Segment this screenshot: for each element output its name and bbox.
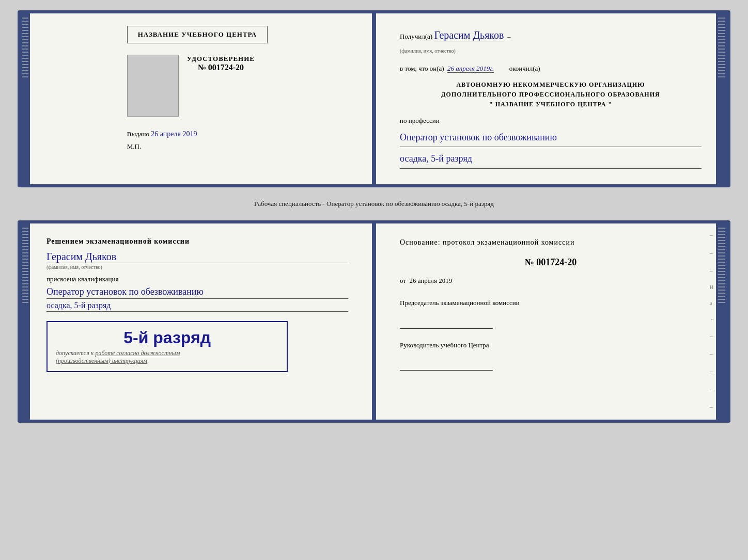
basis-heading: Основание: протокол экзаменационной коми… bbox=[400, 236, 702, 249]
bottom-cert-left-panel: Решением экзаменационной комиссии Гераси… bbox=[21, 223, 374, 420]
completed-line: в том, что он(а) 26 апреля 2019г. окончи… bbox=[400, 62, 702, 74]
page-wrapper: НАЗВАНИЕ УЧЕБНОГО ЦЕНТРА УДОСТОВЕРЕНИЕ №… bbox=[10, 10, 738, 423]
org-name-block: АВТОНОМНУЮ НЕКОММЕРЧЕСКУЮ ОРГАНИЗАЦИЮ ДО… bbox=[400, 80, 702, 110]
issued-date-value: 26 апреля 2019 bbox=[151, 130, 197, 138]
bottom-right-decorative-bar bbox=[716, 223, 727, 420]
center-head-sig-line bbox=[400, 361, 493, 371]
school-name-box: НАЗВАНИЕ УЧЕБНОГО ЦЕНТРА bbox=[127, 26, 268, 43]
chairman-label: Председатель экзаменационной комиссии bbox=[400, 297, 702, 309]
middle-caption: Рабочая специальность - Оператор установ… bbox=[254, 197, 494, 211]
right-dash-decorations: ––– И а ← ––––– bbox=[710, 223, 715, 420]
rank-box: 5-й разряд допускается к работе согласно… bbox=[46, 321, 288, 372]
recipient-name: Герасим Дьяков bbox=[434, 29, 504, 41]
qualification-extra: осадка, 5-й разряд bbox=[46, 301, 348, 312]
bottom-cert-right-panel: Основание: протокол экзаменационной коми… bbox=[374, 223, 727, 420]
commission-heading: Решением экзаменационной комиссии bbox=[46, 236, 348, 247]
qualification-label: присвоена квалификация bbox=[46, 275, 348, 283]
allowed-text: допускается к работе согласно должностны… bbox=[56, 349, 278, 365]
top-cert-right-panel: Получил(а) Герасим Дьяков – (фамилия, им… bbox=[374, 13, 727, 184]
issued-date: Выдано 26 апреля 2019 bbox=[127, 130, 268, 138]
photo-placeholder bbox=[127, 55, 179, 117]
protocol-number: № 001724-20 bbox=[400, 254, 702, 270]
rank-label: 5-й разряд bbox=[56, 328, 278, 347]
recipient-line: Получил(а) Герасим Дьяков – (фамилия, им… bbox=[400, 26, 702, 56]
person-name: Герасим Дьяков bbox=[46, 251, 348, 263]
person-subtitle: (фамилия, имя, отчество) bbox=[46, 264, 348, 270]
completed-date: 26 апреля 2019г. bbox=[447, 65, 494, 73]
school-name-text: НАЗВАНИЕ УЧЕБНОГО ЦЕНТРА bbox=[138, 30, 257, 38]
signature-section: Председатель экзаменационной комиссии Ру… bbox=[400, 297, 702, 371]
protocol-date: от 26 апреля 2019 bbox=[400, 275, 702, 286]
doc-number: № 001724-20 bbox=[187, 63, 255, 72]
center-head-label: Руководитель учебного Центра bbox=[400, 339, 702, 351]
top-certificate: НАЗВАНИЕ УЧЕБНОГО ЦЕНТРА УДОСТОВЕРЕНИЕ №… bbox=[18, 10, 730, 187]
profession-value: Оператор установок по обезвоживанию bbox=[400, 129, 702, 147]
profession-label: по профессии bbox=[400, 115, 702, 126]
doc-label: УДОСТОВЕРЕНИЕ bbox=[187, 55, 255, 63]
qualification-value: Оператор установок по обезвоживанию bbox=[46, 286, 348, 299]
top-cert-left-panel: НАЗВАНИЕ УЧЕБНОГО ЦЕНТРА УДОСТОВЕРЕНИЕ №… bbox=[21, 13, 374, 184]
profession-extra: осадка, 5-й разряд bbox=[400, 150, 702, 168]
mp-label: М.П. bbox=[127, 142, 268, 151]
chairman-sig-line bbox=[400, 319, 493, 329]
cert-number-section: УДОСТОВЕРЕНИЕ № 001724-20 bbox=[187, 55, 255, 72]
recipient-subtitle: (фамилия, имя, отчество) bbox=[400, 48, 456, 54]
right-decorative-bar bbox=[716, 13, 727, 184]
bottom-certificate: Решением экзаменационной комиссии Гераси… bbox=[18, 220, 730, 423]
